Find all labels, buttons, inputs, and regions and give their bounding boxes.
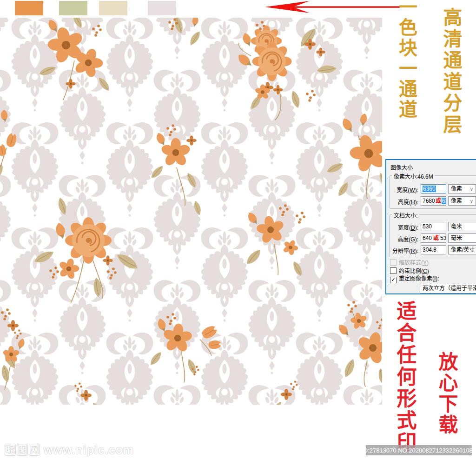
- red-arrow-left-icon: [260, 0, 404, 15]
- doc-width-input[interactable]: 530: [421, 222, 446, 231]
- doc-height-unit-select[interactable]: 毫米: [448, 233, 476, 243]
- width-pixels-label: 宽度(W):: [386, 186, 418, 193]
- annotation-red-any-print-form: 适合任何形式印: [395, 300, 415, 453]
- checkbox-checked-icon: ✓: [390, 277, 397, 283]
- doc-height-input[interactable]: 640或530: [421, 233, 446, 243]
- color-swatch-light-gray: [148, 1, 176, 15]
- annotation-gold-hd-channel-layers: 高清通道分层: [441, 7, 460, 136]
- chevron-down-icon: ∨: [470, 197, 473, 206]
- color-swatch-sage-green: [59, 1, 87, 15]
- wallpaper-pattern: [0, 18, 382, 405]
- document-size-group-label: 文档大小:: [392, 211, 419, 219]
- annotation-red-download-safely: 放心下载: [436, 352, 456, 435]
- logo-char: 网: [29, 444, 40, 456]
- site-url: www.nipic.com: [44, 443, 134, 457]
- resolution-unit-select[interactable]: 像素/英寸: [448, 245, 476, 254]
- nipic-pattern-preview-page: { "css_vars": { "--damask": "#E6DEDD", "…: [0, 0, 476, 460]
- doc-width-unit-select[interactable]: 毫米: [448, 222, 476, 231]
- image-id-watermark: ID:27813070 NO:20200827123323601088: [366, 445, 472, 455]
- chevron-down-icon: ∨: [470, 185, 473, 193]
- color-swatch-orange: [15, 1, 43, 15]
- doc-height-label: 高度(G):: [386, 235, 418, 243]
- height-pixels-input[interactable]: 7680或6360: [421, 196, 446, 206]
- nipic-logo-watermark: 昵 图 网 www.nipic.com: [5, 443, 134, 457]
- annotation-gold-one-block-one-channel: 一色块一通道: [397, 0, 416, 120]
- resolution-input[interactable]: 304.8: [421, 245, 446, 254]
- checkbox-icon: [390, 259, 397, 266]
- dialog-title: 图像大小: [390, 163, 413, 171]
- resample-method-select[interactable]: 两次立方（适用于平滑渐变: [420, 284, 476, 293]
- pixel-size-group-label: 像素大小:46.6M: [392, 172, 435, 180]
- checkbox-icon: [390, 267, 397, 274]
- height-unit-select[interactable]: 像素∨: [448, 196, 476, 206]
- width-unit-select[interactable]: 像素∨: [448, 184, 476, 193]
- resolution-label: 分辨率(R):: [386, 247, 418, 254]
- constrain-proportions-checkbox[interactable]: 约束比例(C): [390, 267, 429, 274]
- resample-image-checkbox[interactable]: ✓重定图像像素(I):: [390, 275, 439, 282]
- width-pixels-input[interactable]: 6360: [421, 184, 446, 193]
- logo-char: 图: [17, 444, 28, 456]
- logo-char: 昵: [5, 444, 16, 456]
- image-size-dialog: 图像大小 像素大小:46.6M 宽度(W): 6360 像素∨ 高度(H): 7…: [385, 159, 476, 294]
- doc-width-label: 宽度(D):: [386, 223, 418, 231]
- color-swatch-beige: [99, 1, 127, 15]
- scale-styles-checkbox: 缩放样式(Y): [390, 259, 429, 266]
- height-pixels-label: 高度(H):: [386, 198, 418, 206]
